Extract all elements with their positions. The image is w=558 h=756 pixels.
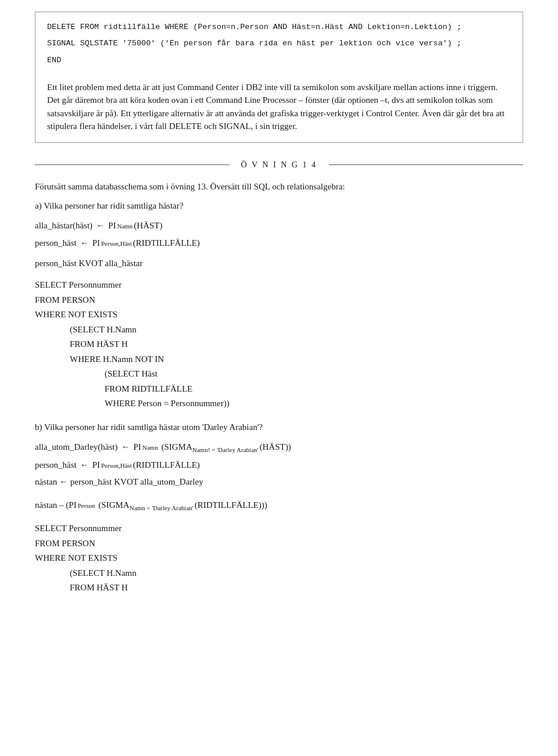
content-para: Ett litet problem med detta är att just … xyxy=(47,81,511,133)
math-b4-prefix: nästan – (PI xyxy=(35,498,77,513)
math-b2-prefix: person_häst xyxy=(35,458,77,473)
math-b2-sub: Person,Häst xyxy=(101,460,132,471)
code-line-3: END xyxy=(47,55,511,66)
sql-a-line1: SELECT Personnummer xyxy=(35,278,523,293)
content-box: DELETE FROM ridtillfälle WHERE (Person=n… xyxy=(35,12,523,143)
sql-block-a: SELECT Personnummer FROM PERSON WHERE NO… xyxy=(35,278,523,411)
sql-a-line4: (SELECT H.Namn xyxy=(35,323,523,338)
sql-b-line3: WHERE NOT EXISTS xyxy=(35,551,523,566)
sql-b-line5: FROM HÄST H xyxy=(35,581,523,596)
math-a2-arrow: ← xyxy=(80,236,89,251)
question-b: b) Vilka personer har ridit samtliga häs… xyxy=(35,421,523,434)
code-line-2: SIGNAL SQLSTATE '75000' ('En person får … xyxy=(47,38,511,49)
section-title: Ö V N I N G 1 4 xyxy=(230,160,329,170)
sql-a-line5: FROM HÄST H xyxy=(35,337,523,352)
math-a2-pi: PI xyxy=(92,236,100,251)
math-b4-suffix: (RIDTILLFÄLLE))) xyxy=(195,498,267,513)
sql-b-line1: SELECT Personnummer xyxy=(35,521,523,536)
sql-b-line4: (SELECT H.Namn xyxy=(35,566,523,581)
section-divider: Ö V N I N G 1 4 xyxy=(35,160,523,170)
sql-a-line2: FROM PERSON xyxy=(35,293,523,308)
math-b4-sigma-sub: Namn = 'Darley Arabian' xyxy=(130,504,194,511)
math-b1-pi-sub: Namn xyxy=(142,442,158,453)
sql-a-line7: (SELECT Häst xyxy=(35,367,523,382)
math-b2: person_häst ← PIPerson,Häst (RIDTILLFÄLL… xyxy=(35,458,523,473)
math-b2-arrow: ← xyxy=(80,458,89,473)
divider-right xyxy=(329,164,524,165)
math-b1-pi: PI xyxy=(133,440,141,455)
math-a2-prefix: person_häst xyxy=(35,236,77,251)
sql-a-line9: WHERE Person = Personnummer)) xyxy=(35,396,523,411)
math-a2: person_häst ← PIPerson,Häst (RIDTILLFÄLL… xyxy=(35,236,523,251)
sql-a-line6: WHERE H.Namn NOT IN xyxy=(35,352,523,367)
math-a1: alla_hästar(häst) ← PINamn (HÄST) xyxy=(35,218,523,234)
question-a: a) Vilka personer har ridit samtliga häs… xyxy=(35,199,523,213)
math-a1-sub: Namn xyxy=(117,221,133,232)
math-b3: nästan ← person_häst KVOT alla_utom_Darl… xyxy=(35,475,523,490)
sql-block-b: SELECT Personnummer FROM PERSON WHERE NO… xyxy=(35,521,523,596)
sql-a-line8: FROM RIDTILLFÄLLE xyxy=(35,382,523,397)
math-b1-arrow: ← xyxy=(121,440,130,455)
math-a1-pi: PI xyxy=(108,218,116,234)
math-a1-suffix: (HÄST) xyxy=(134,218,162,234)
math-b2-pi: PI xyxy=(92,458,100,473)
math-b1: alla_utom_Darley(häst) ← PINamn (SIGMANa… xyxy=(35,440,523,456)
math-b1-prefix: alla_utom_Darley(häst) xyxy=(35,440,117,455)
main-content: Förutsätt samma databasschema som i övni… xyxy=(35,180,523,596)
math-b2-suffix: (RIDTILLFÄLLE) xyxy=(133,458,200,473)
math-b1-sigma: (SIGMANamn! = 'Darley Arabian' xyxy=(159,440,259,456)
math-b4-sigma: (SIGMANamn = 'Darley Arabian' xyxy=(96,498,194,514)
divider-left xyxy=(35,164,230,165)
math-b1-suffix: (HÄST)) xyxy=(260,440,291,455)
math-b1-sigma-sub: Namn! = 'Darley Arabian' xyxy=(192,446,259,453)
kvot-line: person_häst KVOT alla_hästar xyxy=(35,259,523,268)
sql-b-line2: FROM PERSON xyxy=(35,536,523,551)
intro-text: Förutsätt samma databasschema som i övni… xyxy=(35,180,523,194)
math-a1-arrow: ← xyxy=(96,218,105,234)
code-line-1: DELETE FROM ridtillfälle WHERE (Person=n… xyxy=(47,22,511,33)
math-b4: nästan – (PIPerson (SIGMANamn = 'Darley … xyxy=(35,498,523,514)
math-a2-suffix: (RIDTILLFÄLLE) xyxy=(133,236,200,251)
math-b4-sub: Person xyxy=(78,500,95,511)
sql-a-line3: WHERE NOT EXISTS xyxy=(35,307,523,323)
math-a1-prefix: alla_hästar(häst) xyxy=(35,218,92,234)
math-a2-sub: Person,Häst xyxy=(101,238,132,249)
